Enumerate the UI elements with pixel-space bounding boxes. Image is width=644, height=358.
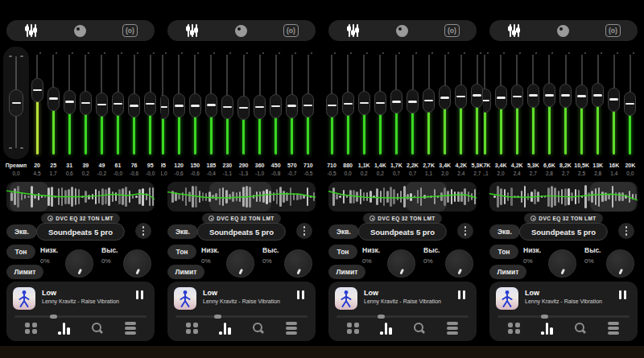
nav-search-button[interactable] (89, 320, 106, 336)
now-playing-card[interactable]: Low Lenny Kravitz - Raise Vibration (489, 282, 638, 341)
tone-toggle-button[interactable]: Тон (328, 245, 357, 259)
band-slider-thumb[interactable] (624, 92, 636, 116)
eq-band-slider-76[interactable]: 76-0,6 (126, 45, 142, 182)
band-slider-thumb[interactable] (237, 96, 250, 120)
eq-band-slider-150[interactable]: 150-0,6 (187, 45, 203, 182)
eq-band-slider-4,2K[interactable]: 4,2K2,4 (509, 45, 525, 182)
progress-thumb[interactable] (50, 315, 57, 319)
band-slider-thumb[interactable] (161, 95, 169, 119)
eq-band-slider-4,2K[interactable]: 4,2K2,4 (453, 45, 469, 182)
band-slider-thumb[interactable] (483, 88, 491, 113)
nav-queue-list-button[interactable] (605, 320, 622, 336)
eq-band-slider-20K[interactable]: 20K0,0 (622, 45, 638, 182)
eq-band-slider-5,3K[interactable]: 5,3K2,7 (469, 45, 483, 182)
nav-search-button[interactable] (572, 320, 589, 336)
album-art[interactable] (174, 287, 196, 310)
album-art[interactable] (496, 287, 518, 310)
band-slider-thumb[interactable] (390, 89, 402, 113)
preamp-thumb[interactable] (9, 89, 23, 117)
eq-band-slider-2,2K[interactable]: 2,2K0,7 (404, 45, 420, 182)
output-device-selector[interactable]: Soundpeats 5 pro (519, 223, 608, 241)
band-slider-thumb[interactable] (543, 83, 555, 107)
band-slider-thumb[interactable] (302, 93, 314, 117)
tone-toggle-button[interactable]: Тон (167, 245, 196, 259)
eq-band-slider-120[interactable]: 120-0,6 (171, 45, 187, 182)
now-playing-card[interactable]: Low Lenny Kravitz - Raise Vibration (167, 282, 316, 341)
bass-knob[interactable] (226, 249, 254, 278)
eq-band-slider-5,3K[interactable]: 5,3K2,7 (525, 45, 541, 182)
equalizer-toggle-button[interactable]: Экв. (167, 224, 198, 239)
band-slider-thumb[interactable] (326, 93, 338, 117)
progress-bar[interactable] (175, 315, 308, 318)
spectrum-seekbar[interactable] (167, 182, 316, 212)
eq-band-slider-1,1K[interactable]: 1,1K0,2 (356, 45, 372, 182)
nav-search-button[interactable] (411, 320, 428, 336)
band-slider-thumb[interactable] (374, 91, 386, 115)
overflow-menu-button[interactable] (296, 223, 312, 239)
equalizer-toggle-button[interactable]: Экв. (328, 224, 359, 239)
limit-toggle-button[interactable]: Лимит (167, 265, 204, 279)
eq-band-slider-710[interactable]: 710-0,5 (300, 45, 316, 182)
band-slider-thumb[interactable] (608, 88, 620, 112)
progress-thumb[interactable] (541, 315, 548, 319)
band-slider-thumb[interactable] (173, 93, 185, 117)
band-slider-thumb[interactable] (144, 92, 156, 116)
band-slider-thumb[interactable] (112, 92, 124, 116)
eq-band-slider-16K[interactable]: 16K1,4 (606, 45, 622, 182)
tab-equalizer[interactable] (167, 20, 217, 41)
eq-band-slider-95[interactable]: 95-0,0 (142, 45, 159, 182)
eq-band-slider-20[interactable]: 204,5 (29, 45, 45, 182)
pause-button[interactable] (136, 290, 144, 299)
eq-band-slider-25[interactable]: 251,7 (45, 45, 61, 182)
now-playing-card[interactable]: Low Lenny Kravitz - Raise Vibration (328, 282, 477, 341)
nav-search-button[interactable] (250, 320, 267, 336)
treble-knob[interactable] (284, 249, 312, 278)
treble-knob[interactable] (606, 249, 634, 278)
band-slider-thumb[interactable] (270, 94, 282, 118)
eq-band-slider-3,4K[interactable]: 3,4K2,0 (493, 45, 509, 182)
nav-equalizer-button[interactable] (539, 320, 556, 336)
overflow-menu-button[interactable] (135, 223, 151, 239)
tab-tone[interactable] (56, 20, 105, 41)
eq-band-slider-2,7K[interactable]: 2,7K1,1 (421, 45, 437, 182)
eq-band-slider-49[interactable]: 49-0,2 (93, 45, 109, 182)
progress-thumb[interactable] (378, 315, 385, 319)
eq-band-slider-61[interactable]: 61-0,0 (109, 45, 126, 182)
tab-volume-room[interactable]: (o) (105, 20, 155, 41)
band-slider-thumb[interactable] (511, 84, 523, 109)
eq-band-slider-570[interactable]: 570-0,7 (284, 45, 300, 182)
overflow-menu-button[interactable] (457, 223, 473, 239)
tab-volume-room[interactable]: (o) (427, 20, 477, 41)
eq-band-slider-880[interactable]: 8800,0 (340, 45, 356, 182)
treble-knob[interactable] (123, 249, 151, 278)
output-device-selector[interactable]: Soundpeats 5 pro (197, 223, 286, 241)
bass-knob[interactable] (548, 249, 576, 278)
band-slider-thumb[interactable] (455, 84, 467, 109)
tab-volume-room[interactable]: (o) (266, 20, 316, 41)
band-slider-thumb[interactable] (31, 78, 43, 102)
tab-tone[interactable] (539, 20, 588, 41)
band-slider-thumb[interactable] (527, 84, 539, 108)
band-slider-thumb[interactable] (221, 95, 233, 119)
eq-band-slider-3,4K[interactable]: 3,4K2,0 (437, 45, 453, 182)
tone-toggle-button[interactable]: Тон (489, 245, 518, 259)
band-slider-thumb[interactable] (64, 90, 76, 114)
nav-queue-list-button[interactable] (444, 320, 461, 336)
band-slider-thumb[interactable] (423, 88, 435, 113)
eq-band-slider-710[interactable]: 710-0,5 (324, 45, 340, 182)
band-slider-thumb[interactable] (342, 92, 354, 116)
treble-knob[interactable] (445, 249, 473, 278)
pause-button[interactable] (619, 290, 627, 299)
preamp-slider[interactable] (3, 47, 29, 159)
eq-band-slider-13K[interactable]: 13K2,8 (590, 45, 606, 182)
nav-equalizer-button[interactable] (56, 320, 73, 336)
band-slider-thumb[interactable] (495, 85, 507, 109)
eq-band-slider-1,7K[interactable]: 1,7K0,7 (388, 45, 404, 182)
band-slider-thumb[interactable] (576, 84, 588, 109)
progress-thumb[interactable] (214, 315, 221, 319)
band-slider-thumb[interactable] (559, 84, 572, 108)
nav-equalizer-button[interactable] (217, 320, 234, 336)
tab-equalizer[interactable] (489, 20, 539, 41)
eq-band-slider-31[interactable]: 310,6 (61, 45, 77, 182)
now-playing-card[interactable]: Low Lenny Kravitz - Raise Vibration (6, 282, 155, 341)
